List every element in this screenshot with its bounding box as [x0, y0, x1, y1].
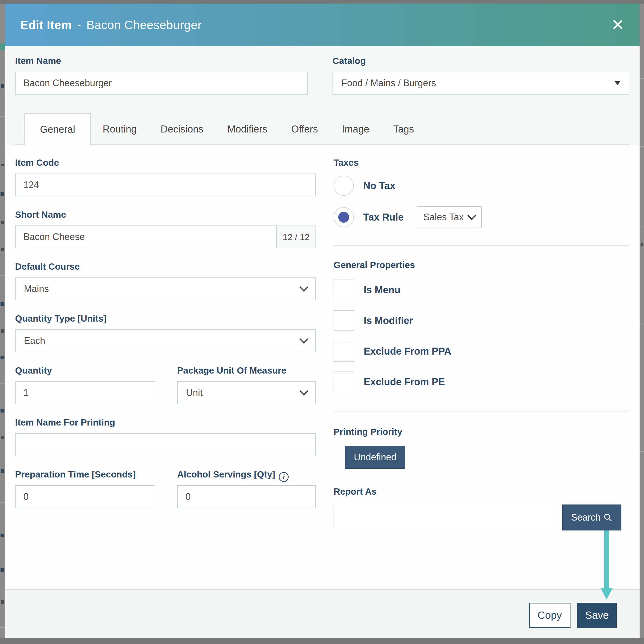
quantity-input[interactable] [15, 381, 155, 404]
search-button-label: Search [571, 512, 601, 523]
catalog-select[interactable]: Food / Mains / Burgers [333, 72, 629, 95]
item-code-input[interactable] [15, 174, 316, 196]
caret-down-icon [615, 81, 620, 85]
background-fragment [1, 329, 4, 333]
quantity-label: Quantity [15, 365, 155, 376]
background-fragment [1, 192, 4, 196]
dialog-top-section: Item Name Catalog Food / Mains / Burgers… [5, 46, 640, 145]
frame-bottom-bar [0, 638, 644, 644]
package-uom-selected-value: Unit [186, 387, 301, 398]
dialog-header: Edit Item - Bacon Cheeseburger ✕ [5, 4, 640, 46]
background-fragment [1, 568, 4, 572]
background-fragment [1, 221, 4, 224]
short-name-label: Short Name [15, 209, 316, 220]
general-properties-label: General Properties [334, 259, 629, 271]
arrow-shaft [604, 530, 609, 588]
background-fragment [640, 451, 644, 452]
arrow-head [601, 588, 613, 600]
is-modifier-checkbox[interactable] [334, 310, 354, 331]
close-icon[interactable]: ✕ [611, 17, 625, 33]
edit-item-dialog: Edit Item - Bacon Cheeseburger ✕ Item Na… [5, 4, 640, 638]
tab-general[interactable]: General [24, 113, 91, 145]
short-name-input[interactable] [15, 225, 277, 248]
radio-selected-dot [338, 212, 349, 223]
section-divider [334, 245, 629, 246]
dialog-title-prefix: Edit Item [20, 18, 72, 32]
tab-tags[interactable]: Tags [381, 114, 426, 144]
background-fragment [1, 469, 4, 473]
alcohol-servings-label-text: Alcohol Servings [Qty] [177, 469, 275, 479]
alcohol-servings-label: Alcohol Servings [Qty]i [177, 469, 316, 480]
tab-image[interactable]: Image [330, 114, 381, 144]
search-icon [603, 513, 613, 522]
save-button[interactable]: Save [577, 603, 617, 628]
background-fragment [0, 383, 5, 384]
background-fragment [1, 164, 4, 166]
arrow-down-icon [601, 530, 613, 600]
copy-button[interactable]: Copy [529, 603, 570, 628]
default-course-select[interactable]: Mains [15, 277, 316, 300]
item-name-for-printing-input[interactable] [15, 433, 316, 456]
frame-top-bar [0, 0, 644, 4]
background-fragment [1, 409, 4, 413]
background-fragment [1, 534, 4, 537]
default-course-selected-value: Mains [24, 283, 301, 294]
background-page-strip-right [640, 4, 644, 638]
report-as-input[interactable] [334, 506, 553, 529]
tab-bar: General Routing Decisions Modifiers Offe… [15, 113, 629, 145]
preparation-time-label: Preparation Time [Seconds] [15, 469, 155, 480]
background-fragment [640, 78, 644, 79]
no-tax-radio[interactable] [334, 176, 354, 196]
background-fragment [1, 302, 4, 306]
background-fragment [0, 43, 5, 50]
chevron-down-icon [300, 335, 308, 344]
tax-rule-radio[interactable] [334, 207, 354, 227]
report-as-label: Report As [334, 486, 629, 497]
tab-decisions[interactable]: Decisions [149, 114, 215, 144]
background-fragment [1, 248, 4, 251]
quantity-type-selected-value: Each [24, 335, 301, 346]
section-divider [334, 411, 629, 411]
is-modifier-label: Is Modifier [364, 315, 413, 326]
background-fragment [0, 502, 5, 503]
default-course-label: Default Course [15, 261, 316, 272]
exclude-from-ppa-checkbox[interactable] [334, 341, 354, 362]
item-name-input[interactable] [15, 72, 308, 95]
tax-rule-label: Tax Rule [363, 212, 404, 223]
tab-modifiers[interactable]: Modifiers [215, 114, 279, 144]
background-fragment [640, 228, 644, 228]
tax-rule-select[interactable]: Sales Tax [417, 206, 482, 228]
quantity-type-label: Quantity Type [Units] [15, 313, 316, 324]
package-uom-select[interactable]: Unit [177, 381, 316, 404]
alcohol-servings-input[interactable] [177, 485, 316, 508]
chevron-down-icon [300, 387, 308, 396]
is-menu-label: Is Menu [364, 284, 400, 296]
short-name-char-counter: 12 / 12 [277, 225, 316, 248]
dialog-title-item-name: Bacon Cheeseburger [87, 18, 202, 32]
screenshot-frame: Edit Item - Bacon Cheeseburger ✕ Item Na… [0, 0, 644, 644]
dialog-footer: Copy Save [5, 589, 640, 638]
background-fragment [0, 275, 5, 276]
preparation-time-input[interactable] [15, 485, 155, 508]
info-icon[interactable]: i [279, 472, 289, 482]
is-menu-checkbox[interactable] [334, 280, 354, 300]
exclude-from-pe-checkbox[interactable] [334, 371, 354, 392]
general-right-column: Taxes No Tax Tax Rule Sales Tax General … [334, 145, 629, 589]
background-page-strip [0, 4, 5, 638]
item-name-label: Item Name [15, 55, 308, 67]
exclude-from-ppa-label: Exclude From PPA [364, 346, 451, 357]
taxes-label: Taxes [334, 157, 629, 168]
background-fragment [640, 146, 644, 147]
quantity-type-select[interactable]: Each [15, 329, 316, 352]
tab-routing[interactable]: Routing [91, 114, 149, 144]
tab-offers[interactable]: Offers [279, 114, 330, 144]
search-button[interactable]: Search [562, 504, 621, 530]
printing-priority-label: Printing Priority [334, 426, 629, 437]
tax-rule-selected-value: Sales Tax [423, 212, 469, 223]
chevron-down-icon [300, 283, 308, 292]
general-tab-panel: Item Code Short Name 12 / 12 Default Cou… [5, 145, 640, 589]
background-fragment [0, 116, 5, 117]
background-fragment [0, 627, 5, 628]
general-left-column: Item Code Short Name 12 / 12 Default Cou… [15, 145, 316, 589]
printing-priority-button[interactable]: Undefined [345, 446, 405, 469]
